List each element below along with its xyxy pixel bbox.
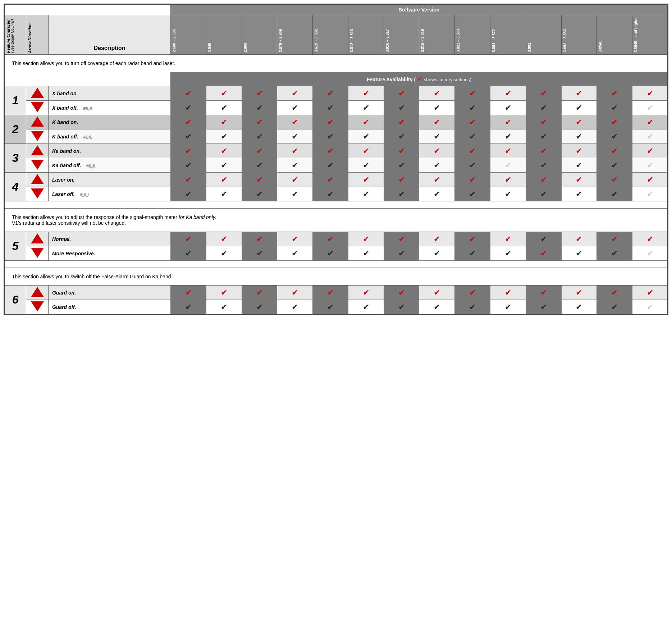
checkmark <box>363 252 369 257</box>
checkmark <box>221 192 227 198</box>
checkmark <box>434 106 440 111</box>
checkmark <box>576 106 582 111</box>
checkmark <box>611 252 618 257</box>
check-4-12 <box>597 173 632 187</box>
checkmark <box>256 106 263 111</box>
version-col-12: 3.8940 <box>597 15 632 55</box>
version-4: 3.619 – 3.802 <box>314 28 319 54</box>
check-4-3 <box>277 173 313 187</box>
up-arrow-icon <box>31 88 44 98</box>
check-1-11 <box>561 86 597 101</box>
checkmark <box>292 252 298 257</box>
check-1d-9 <box>490 101 526 115</box>
checkmark <box>363 305 369 311</box>
check-6d-9 <box>490 300 526 315</box>
checkmark <box>647 291 653 296</box>
checkmark <box>398 92 405 97</box>
check-1-3 <box>277 86 313 101</box>
version-col-4: 3.619 – 3.802 <box>313 15 348 55</box>
check-5d-5 <box>348 246 384 261</box>
checkmark <box>185 178 192 183</box>
check-2d-6 <box>384 129 419 144</box>
row-1-up: 1 X band on. <box>4 86 668 101</box>
checkmark <box>647 192 653 198</box>
checkmark <box>647 178 653 183</box>
checkmark <box>505 252 511 257</box>
check-6d-13 <box>632 300 668 315</box>
checkmark <box>363 149 369 155</box>
up-arrow-icon <box>31 174 44 184</box>
section2-gap <box>4 201 668 209</box>
checkmark <box>292 178 298 183</box>
desc-laser-on: Laser on. <box>48 173 170 187</box>
version-2: 2.869 <box>243 41 248 54</box>
check-1-0 <box>171 86 206 101</box>
checkmark <box>221 252 227 257</box>
row-1-down: X band off. ⊕))))) <box>4 101 668 115</box>
feature-num-2: 2 <box>4 115 26 144</box>
software-version-cell: Software Version <box>171 4 668 15</box>
section3-intro-text: This section allows you to switch off th… <box>12 274 172 279</box>
version-10: 3.891 <box>527 41 532 54</box>
checkmark <box>185 192 192 198</box>
check-1-6 <box>384 86 419 101</box>
check-4-9 <box>490 173 526 187</box>
check-5d-8 <box>455 246 490 261</box>
checkmark <box>398 252 405 257</box>
checkmark <box>398 164 405 169</box>
description-label: Description <box>94 45 125 51</box>
check-6d-5 <box>348 300 384 315</box>
checkmark <box>398 305 405 311</box>
check-2-1 <box>206 115 242 129</box>
down-arrow-icon <box>31 160 44 170</box>
check-2-5 <box>348 115 384 129</box>
check-6d-11 <box>561 300 597 315</box>
desc-x-band-off: X band off. ⊕))))) <box>48 101 170 115</box>
checkmark <box>256 149 263 155</box>
check-6-3 <box>277 286 313 300</box>
checkmark <box>434 92 440 97</box>
check-1d-3 <box>277 101 313 115</box>
check-5-2 <box>242 232 277 246</box>
description-header: Description <box>48 15 170 55</box>
checkmark <box>469 164 476 169</box>
check-3d-3 <box>277 158 313 173</box>
checkmark <box>505 164 511 169</box>
check-2d-2 <box>242 129 277 144</box>
check-5-10 <box>526 232 561 246</box>
check-3-11 <box>561 144 597 158</box>
row-2-up: 2 K band on. <box>4 115 668 129</box>
arrow-2-down <box>26 129 48 144</box>
check-6d-0 <box>171 300 206 315</box>
check-1d-8 <box>455 101 490 115</box>
arrow-direction-label: Arrow Direction <box>28 23 32 53</box>
section1-intro: This section allows you to turn off cove… <box>4 55 668 72</box>
checkmark <box>292 135 298 140</box>
checkmark <box>434 120 440 126</box>
row-2-down: K band off. ⊕))))) <box>4 129 668 144</box>
check-1-8 <box>455 86 490 101</box>
checkmark <box>540 178 547 183</box>
check-4-11 <box>561 173 597 187</box>
row-3-down: Ka band off. ⊕))))) <box>4 158 668 173</box>
checkmark <box>540 120 547 126</box>
arrow-3-up <box>26 144 48 158</box>
check-1-5 <box>348 86 384 101</box>
checkmark <box>292 92 298 97</box>
feature-num-4: 4 <box>4 173 26 201</box>
checkmark <box>540 149 547 155</box>
checkmark <box>256 164 263 169</box>
checkmark <box>363 291 369 296</box>
arrow-1-down <box>26 101 48 115</box>
main-table: Software Version Feature Character (See … <box>4 4 668 315</box>
version-col-9: 3.864 – 3.872 <box>490 15 526 55</box>
check-2-0 <box>171 115 206 129</box>
up-arrow-icon <box>31 233 44 243</box>
check-5-11 <box>561 232 597 246</box>
checkmark <box>256 237 263 243</box>
checkmark <box>327 291 334 296</box>
check-1-2 <box>242 86 277 101</box>
checkmark <box>185 237 192 243</box>
checkmark <box>398 192 405 198</box>
checkmark <box>327 252 334 257</box>
